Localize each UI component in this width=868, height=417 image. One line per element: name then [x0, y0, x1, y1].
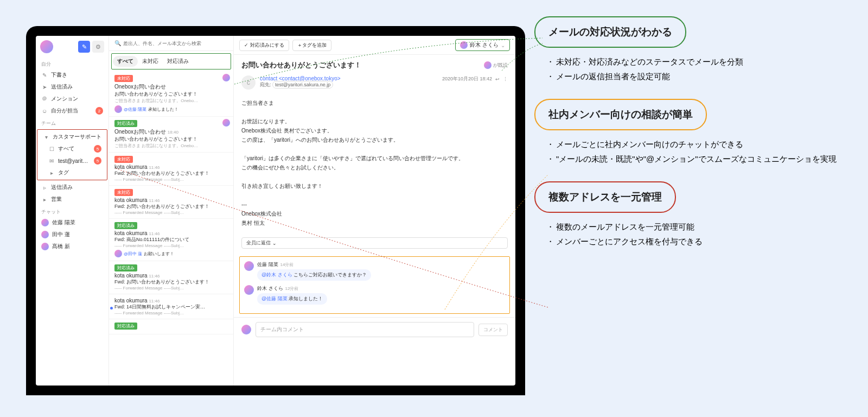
thread-time: 11:46: [149, 274, 159, 279]
chat-input[interactable]: チーム内コメント: [256, 322, 474, 337]
count-badge: 2: [95, 107, 103, 115]
sidebar-item[interactable]: ✉test@yaritori.sak…5: [37, 155, 107, 167]
chat-avatar: [41, 243, 49, 250]
thread-subject: お問い合わせありがとうございます！: [114, 91, 228, 98]
mail-subject: お問い合わせありがとうございます！: [241, 60, 484, 70]
add-tag-button[interactable]: ＋タグを追加: [292, 40, 331, 51]
nav-icon: ▸: [48, 170, 55, 176]
check-icon: ✓: [244, 42, 248, 48]
status-tabs-highlighted: すべて 未対応 対応済み: [111, 53, 231, 70]
chat-mention: @鈴木 さくら: [261, 272, 292, 277]
to-address: test@yaritori.sakura.ne.jp: [272, 81, 333, 89]
sidebar-item[interactable]: ＠メンション: [36, 93, 108, 105]
chat-user-item[interactable]: 佐藤 陽菜: [36, 217, 108, 229]
thread-item[interactable]: kota okumura 11:46Fwd: 14日間無料お試しキャンペーン実……: [109, 294, 233, 319]
chat-msg-time: 12分前: [285, 286, 299, 291]
nav-label: 自分が担当: [51, 107, 92, 115]
unread-dot: [110, 307, 113, 309]
caret-down-icon: ▾: [43, 134, 49, 140]
nav-icon: ＠: [41, 95, 48, 103]
nav-label: 下書き: [51, 71, 103, 79]
chat-user-name: 佐藤 陽菜: [52, 219, 75, 226]
sidebar-item[interactable]: ▸タグ: [37, 167, 107, 179]
thread-from: kota okumura 11:46: [114, 197, 228, 203]
team-name-label: カスタマーサポート: [53, 133, 101, 141]
annotation-bullet: メールごとに社内メンバー向けのチャットができる: [556, 137, 849, 151]
team-name-row[interactable]: ▾ カスタマーサポート: [37, 131, 107, 143]
chevron-down-icon: ⌄: [501, 42, 505, 48]
callout-multiaddr: 複数アドレスを一元管理: [534, 181, 676, 213]
ann-mention: @佐藤 陽菜: [124, 106, 146, 112]
mark-done-button[interactable]: ✓対応済みにする: [239, 40, 289, 51]
thread-subject: Fwd: お問い合わせありがとうございます！: [114, 170, 228, 177]
nav-icon: ☺: [41, 108, 48, 114]
annotation-bullet: 複数のメールアドレスを一元管理可能: [556, 219, 849, 234]
gear-icon[interactable]: ⚙: [92, 41, 104, 53]
sidebar-item[interactable]: ✎下書き: [36, 69, 108, 81]
add-tag-label: ＋タグを追加: [297, 42, 327, 49]
sidebar-item-sent[interactable]: ▹ 送信済み: [36, 181, 108, 193]
read-status: が既読: [493, 62, 508, 69]
chat-user-item[interactable]: 田中 蓮: [36, 229, 108, 241]
sales-label: 営業: [51, 195, 103, 203]
thread-subject: Fwd: 商品No.011111の件について: [114, 236, 228, 243]
ann-text: 承知しました！: [148, 106, 178, 112]
app-screen: ✎ ⚙ 自分 ✎下書き➤送信済み＠メンション☺自分が担当2 チーム ▾ カスタマ…: [36, 36, 515, 386]
more-icon[interactable]: ⋮: [503, 77, 508, 82]
mark-done-label: 対応済みにする: [250, 42, 284, 49]
thread-time: 11:46: [149, 198, 159, 203]
nav-label: すべて: [58, 145, 91, 153]
comment-button[interactable]: コメント: [478, 324, 508, 336]
user-avatar[interactable]: [40, 40, 53, 53]
assignee-avatar: [460, 41, 468, 49]
reply-icon[interactable]: ↩: [495, 77, 500, 82]
thread-item[interactable]: 対応済みkota okumura 11:46Fwd: お問い合わせありがとうござ…: [109, 261, 233, 294]
section-chat-label: チャット: [36, 205, 108, 217]
section-me-label: 自分: [36, 58, 108, 69]
sidebar-item-sales[interactable]: ▸ 営業: [36, 193, 108, 205]
chat-avatar: [41, 231, 49, 238]
nav-icon: ☐: [48, 146, 55, 152]
team-group-highlighted: ▾ カスタマーサポート ☐すべて5✉test@yaritori.sak…5▸タグ: [37, 129, 107, 180]
thread-subject: Fwd: 14日間無料お試しキャンペーン実…: [114, 304, 228, 311]
mail-detail-panel: ✓対応済みにする ＋タグを追加 鈴木 さくら ⌄ お問い合わせありがとうございま…: [234, 36, 515, 386]
sidebar-item[interactable]: ☺自分が担当2: [36, 105, 108, 117]
thread-item[interactable]: 未対応Oneboxお問い合わせ お問い合わせありがとうございます！ご担当者さま …: [109, 72, 233, 117]
thread-preview: ----- Forwarded Message -----Subj…: [114, 243, 228, 248]
assignee-selector-highlighted[interactable]: 鈴木 さくら ⌄: [455, 39, 510, 51]
mail-date: 2020年10月20日 18:42: [442, 75, 492, 83]
thread-item[interactable]: 未対応kota okumura 11:46Fwd: お問い合わせありがとうござい…: [109, 186, 233, 219]
tab-all[interactable]: すべて: [113, 56, 138, 67]
thread-item[interactable]: 未対応kota okumura 11:46Fwd: お問い合わせありがとうござい…: [109, 153, 233, 186]
nav-label: タグ: [58, 169, 101, 176]
count-badge: 5: [94, 145, 101, 153]
compose-icon[interactable]: ✎: [78, 41, 90, 53]
annotation-bullet: メールの返信担当者を設定可能: [556, 69, 849, 84]
thread-preview: ご担当者さま お世話になります。Onebo…: [114, 98, 228, 104]
search-input[interactable]: [123, 41, 228, 46]
tab-unhandled[interactable]: 未対応: [138, 56, 163, 67]
sidebar-item[interactable]: ➤送信済み: [36, 81, 108, 93]
tab-handled[interactable]: 対応済み: [163, 56, 193, 67]
chat-bubble: @鈴木 さくら こちらご対応お願いできますか？: [257, 269, 371, 281]
nav-icon: ➤: [41, 84, 48, 90]
chat-msg-avatar: [244, 285, 254, 295]
nav-label: メンション: [51, 95, 103, 103]
thread-avatar: [222, 119, 230, 127]
ann-mention: @田中 蓮: [124, 251, 142, 257]
reply-all-button[interactable]: 全員に返信 ⌄: [241, 237, 508, 249]
sidebar-item[interactable]: ☐すべて5: [37, 143, 107, 155]
chat-user-name: 髙橋 新: [52, 243, 70, 250]
callout-chat: 社内メンバー向けの相談が簡単: [534, 99, 707, 130]
status-tag: 対応済み: [114, 222, 137, 229]
annotation-bullet: メンバーごとにアクセス権を付与できる: [556, 234, 849, 249]
thread-item[interactable]: 対応済みOneboxお問い合わせ 18:40お問い合わせありがとうございます！ご…: [109, 117, 233, 153]
chat-user-item[interactable]: 髙橋 新: [36, 241, 108, 252]
laptop-frame: ✎ ⚙ 自分 ✎下書き➤送信済み＠メンション☺自分が担当2 チーム ▾ カスタマ…: [26, 26, 525, 395]
thread-item[interactable]: 対応済み: [109, 319, 233, 334]
thread-from: Oneboxお問い合わせ: [114, 83, 228, 91]
thread-preview: ----- Forwarded Message -----Subj…: [114, 210, 228, 215]
thread-preview: ----- Forwarded Message -----Subj…: [114, 286, 228, 290]
thread-item[interactable]: 対応済みkota okumura 11:46Fwd: 商品No.011111の件…: [109, 219, 233, 261]
chat-mention: @佐藤 陽菜: [261, 296, 288, 301]
